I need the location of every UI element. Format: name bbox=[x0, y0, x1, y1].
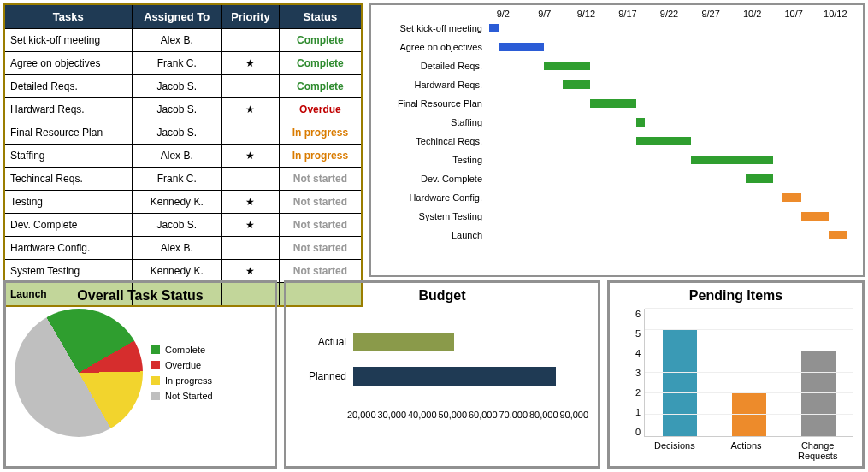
gantt-label: Hardware Config. bbox=[371, 192, 489, 203]
status-cell: Overdue bbox=[279, 98, 362, 121]
priority-cell bbox=[221, 75, 279, 98]
gantt-bar[interactable] bbox=[636, 118, 646, 127]
pending-bar[interactable] bbox=[732, 393, 766, 436]
budget-bar[interactable] bbox=[353, 333, 454, 351]
task-cell: Agree on objectives bbox=[4, 52, 132, 75]
gantt-bar[interactable] bbox=[829, 231, 847, 239]
task-cell: Techincal Reqs. bbox=[4, 168, 132, 191]
table-row[interactable]: Agree on objectivesFrank C.★Complete bbox=[4, 52, 362, 75]
axis-tick: Actions bbox=[711, 440, 782, 461]
gantt-bar[interactable] bbox=[590, 99, 636, 108]
gantt-bar[interactable] bbox=[636, 137, 691, 145]
gantt-row: Testing bbox=[371, 150, 856, 169]
pending-title: Pending Items bbox=[618, 288, 853, 304]
task-cell: Hardware Config. bbox=[4, 237, 132, 260]
legend-label: Overdue bbox=[165, 360, 201, 370]
priority-cell bbox=[221, 121, 279, 145]
axis-tick: 6 bbox=[635, 309, 641, 319]
gantt-date: 9/27 bbox=[690, 9, 732, 19]
legend-label: Complete bbox=[165, 345, 205, 355]
table-row[interactable]: Set kick-off meetingAlex B.Complete bbox=[4, 29, 362, 52]
legend-item: Complete bbox=[151, 345, 213, 355]
gantt-date: 9/2 bbox=[482, 9, 524, 19]
gantt-bar[interactable] bbox=[499, 43, 545, 51]
pie-panel: Overall Task Status CompleteOverdueIn pr… bbox=[3, 280, 277, 469]
budget-panel: Budget ActualPlanned 20,00030,00040,0005… bbox=[284, 280, 600, 469]
assignee-cell: Jacob S. bbox=[132, 75, 221, 98]
budget-label: Planned bbox=[295, 370, 353, 382]
axis-tick: 20,000 bbox=[346, 410, 377, 420]
gantt-label: Testing bbox=[371, 155, 489, 165]
table-row[interactable]: Hardward Reqs.Jacob S.★Overdue bbox=[4, 98, 362, 121]
table-row[interactable]: Hardware Config.Alex B.Not started bbox=[4, 237, 362, 260]
axis-tick: 60,000 bbox=[468, 410, 499, 420]
gantt-label: Final Resource Plan bbox=[371, 98, 489, 109]
gantt-bar[interactable] bbox=[782, 193, 800, 202]
gantt-date: 9/12 bbox=[565, 9, 607, 19]
axis-tick: 40,000 bbox=[407, 410, 438, 420]
task-cell: Set kick-off meeting bbox=[4, 29, 132, 52]
axis-tick: 80,000 bbox=[528, 410, 559, 420]
status-cell: Complete bbox=[279, 29, 362, 52]
task-cell: Staffing bbox=[4, 145, 132, 168]
dashboard: TasksAssigned ToPriorityStatus Set kick-… bbox=[0, 0, 868, 472]
table-row[interactable]: TestingKennedy K.★Not started bbox=[4, 191, 362, 214]
budget-bar-row: Planned bbox=[295, 367, 589, 386]
assignee-cell: Jacob S. bbox=[132, 214, 221, 237]
gantt-bar[interactable] bbox=[691, 156, 774, 164]
priority-cell: ★ bbox=[221, 145, 279, 168]
status-cell: Not started bbox=[279, 260, 362, 283]
task-cell: Dev. Complete bbox=[4, 214, 132, 237]
star-icon: ★ bbox=[245, 265, 255, 277]
priority-cell: ★ bbox=[221, 98, 279, 121]
swatch-icon bbox=[151, 392, 160, 400]
gantt-row: Hardward Reqs. bbox=[371, 75, 856, 94]
priority-cell bbox=[221, 29, 279, 52]
gantt-bar[interactable] bbox=[544, 62, 590, 70]
legend-label: Not Started bbox=[165, 391, 213, 401]
priority-cell bbox=[221, 237, 279, 260]
budget-bar-row: Actual bbox=[295, 333, 589, 351]
assignee-cell: Jacob S. bbox=[132, 98, 221, 121]
gantt-bar[interactable] bbox=[746, 174, 773, 183]
axis-tick: 4 bbox=[635, 348, 641, 358]
task-cell: Testing bbox=[4, 191, 132, 214]
gantt-date: 9/22 bbox=[648, 9, 690, 19]
pie-title: Overall Task Status bbox=[15, 288, 266, 304]
axis-tick: 1 bbox=[635, 407, 641, 417]
table-row[interactable]: Final Resource PlanJacob S.In progress bbox=[4, 121, 362, 145]
axis-tick: 5 bbox=[635, 328, 641, 339]
table-row[interactable]: StaffingAlex B.★In progress bbox=[4, 145, 362, 168]
swatch-icon bbox=[151, 361, 160, 369]
gantt-label: System Testing bbox=[371, 211, 489, 221]
table-header: Status bbox=[279, 4, 362, 29]
gantt-date: 10/12 bbox=[815, 9, 857, 19]
gantt-row: Detailed Reqs. bbox=[371, 56, 856, 75]
pending-bar[interactable] bbox=[663, 330, 697, 436]
gantt-label: Staffing bbox=[371, 117, 489, 127]
assignee-cell: Frank C. bbox=[132, 168, 221, 191]
status-cell: Not started bbox=[279, 214, 362, 237]
swatch-icon bbox=[151, 376, 160, 385]
gantt-bar[interactable] bbox=[563, 80, 590, 89]
priority-cell bbox=[221, 168, 279, 191]
axis-tick: 2 bbox=[635, 387, 641, 398]
gantt-bar[interactable] bbox=[489, 24, 499, 32]
budget-title: Budget bbox=[295, 288, 589, 304]
table-row[interactable]: Detailed Reqs.Jacob S.Complete bbox=[4, 75, 362, 98]
assignee-cell: Alex B. bbox=[132, 145, 221, 168]
legend-item: Overdue bbox=[151, 360, 213, 370]
status-cell: In progress bbox=[279, 145, 362, 168]
status-cell: Not started bbox=[279, 237, 362, 260]
swatch-icon bbox=[151, 345, 160, 354]
table-header: Priority bbox=[221, 4, 279, 29]
axis-tick: Change Requests bbox=[782, 440, 853, 461]
table-row[interactable]: Dev. CompleteJacob S.★Not started bbox=[4, 214, 362, 237]
pie-legend: CompleteOverdueIn progressNot Started bbox=[151, 339, 213, 406]
star-icon: ★ bbox=[245, 57, 255, 69]
table-row[interactable]: System TestingKennedy K.★Not started bbox=[4, 260, 362, 283]
budget-bar[interactable] bbox=[353, 367, 556, 386]
gantt-row: Final Resource Plan bbox=[371, 94, 856, 113]
table-row[interactable]: Techincal Reqs.Frank C.Not started bbox=[4, 168, 362, 191]
gantt-bar[interactable] bbox=[801, 212, 829, 221]
